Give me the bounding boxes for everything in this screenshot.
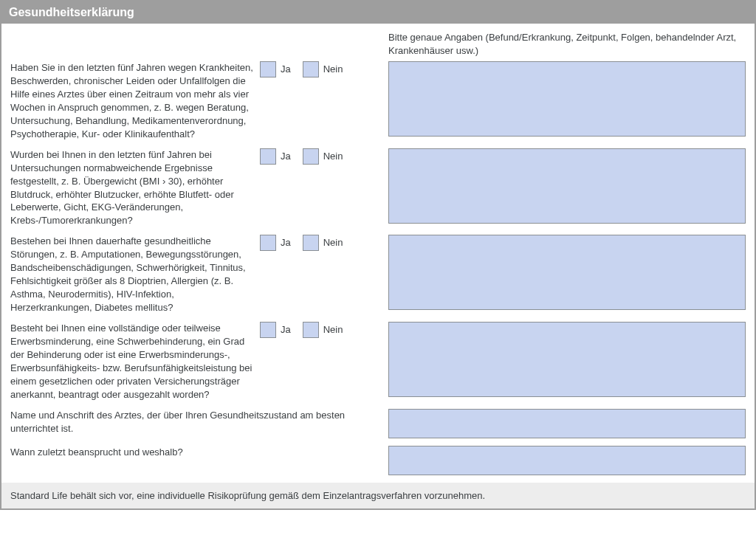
question-text-3: Bestehen bei Ihnen dauerhafte gesundheit…: [10, 235, 260, 314]
q4-yes-checkbox[interactable]: [260, 322, 276, 338]
doctor-row: Name und Anschrift des Arztes, der über …: [10, 409, 746, 438]
form-body: Bitte genaue Angaben (Befund/Erkrankung,…: [1, 24, 755, 475]
doctor-name-input[interactable]: [388, 409, 746, 438]
question-text-1: Haben Sie in den letzten fünf Jahren weg…: [10, 61, 260, 141]
q4-detail-input[interactable]: [388, 322, 746, 397]
q1-no-checkbox[interactable]: [303, 61, 319, 77]
detail-instruction: Bitte genaue Angaben (Befund/Erkrankung,…: [388, 31, 746, 57]
q1-detail-input[interactable]: [388, 61, 746, 137]
yesno-block-3: Ja Nein: [260, 235, 388, 251]
q3-yes-checkbox[interactable]: [260, 235, 276, 251]
question-row-2: Wurden bei Ihnen in den letzten fünf Jah…: [10, 148, 746, 228]
question-row-3: Bestehen bei Ihnen dauerhafte gesundheit…: [10, 235, 746, 314]
last-consult-label: Wann zuletzt beansprucht und weshalb?: [10, 446, 388, 459]
question-text-4: Besteht bei Ihnen eine vollständige oder…: [10, 322, 260, 401]
last-consult-input[interactable]: [388, 446, 746, 475]
q4-yes-label: Ja: [281, 322, 291, 338]
q3-no-checkbox[interactable]: [303, 235, 319, 251]
q2-no-checkbox[interactable]: [303, 148, 319, 165]
yesno-block-4: Ja Nein: [260, 322, 388, 338]
form-title: Gesundheitserklärung: [1, 1, 755, 24]
question-row-4: Besteht bei Ihnen eine vollständige oder…: [10, 322, 746, 401]
q3-yes-label: Ja: [281, 235, 291, 251]
yesno-block-1: Ja Nein: [260, 61, 388, 77]
q2-yes-checkbox[interactable]: [260, 148, 276, 165]
q3-detail-input[interactable]: [388, 235, 746, 310]
yesno-block-2: Ja Nein: [260, 148, 388, 165]
q4-no-checkbox[interactable]: [303, 322, 319, 338]
question-row-1: Haben Sie in den letzten fünf Jahren weg…: [10, 61, 746, 141]
q2-detail-input[interactable]: [388, 148, 746, 224]
question-text-2: Wurden bei Ihnen in den letzten fünf Jah…: [10, 148, 260, 228]
q2-no-label: Nein: [323, 148, 343, 165]
doctor-name-label: Name und Anschrift des Arztes, der über …: [10, 409, 388, 435]
q1-yes-label: Ja: [281, 61, 291, 77]
form-footer-note: Standard Life behält sich vor, eine indi…: [1, 483, 755, 508]
q3-no-label: Nein: [323, 235, 343, 251]
health-declaration-form: Gesundheitserklärung Bitte genaue Angabe…: [0, 0, 756, 510]
q1-yes-checkbox[interactable]: [260, 61, 276, 77]
q2-yes-label: Ja: [281, 148, 291, 165]
last-consult-row: Wann zuletzt beansprucht und weshalb?: [10, 446, 746, 475]
q4-no-label: Nein: [323, 322, 343, 338]
q1-no-label: Nein: [323, 61, 343, 77]
